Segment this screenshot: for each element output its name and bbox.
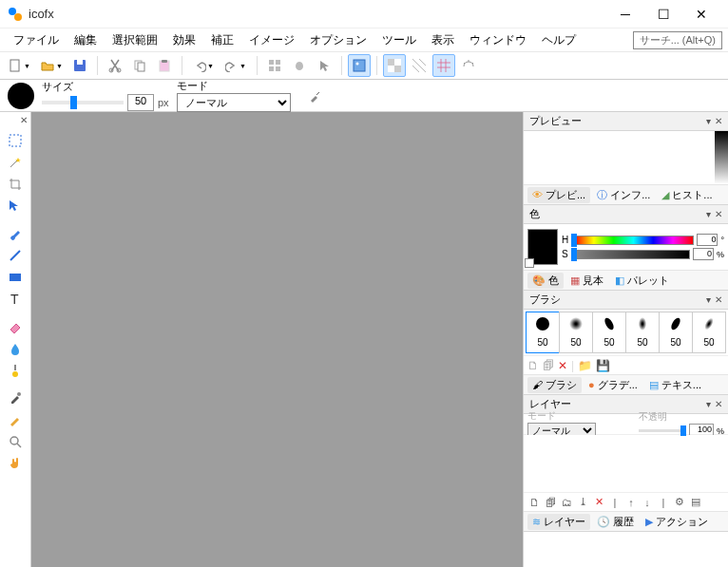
hand-tool[interactable] (5, 453, 26, 474)
color-collapse-icon[interactable]: ▾ (706, 209, 711, 219)
toolbox-close-icon[interactable]: ✕ (20, 115, 28, 125)
menu-selection[interactable]: 選択範囲 (105, 30, 165, 50)
menu-adjust[interactable]: 補正 (203, 30, 241, 50)
brush-preset-0[interactable]: 50 (526, 312, 560, 353)
brush-extra-icon[interactable] (304, 85, 327, 107)
grid-button[interactable] (432, 54, 455, 77)
menu-file[interactable]: ファイル (6, 30, 67, 50)
background-color-swatch[interactable] (525, 258, 534, 268)
text-tool[interactable]: T (5, 289, 26, 310)
sat-value[interactable]: 0 (693, 248, 714, 260)
copy-button[interactable] (128, 54, 151, 77)
tab-info[interactable]: ⓘインフ... (592, 187, 655, 203)
tab-palette[interactable]: ◧パレット (610, 273, 674, 289)
sat-slider[interactable] (573, 250, 690, 259)
brush-preset-2[interactable]: 50 (592, 312, 626, 353)
effects-button[interactable] (457, 54, 480, 77)
tab-brush[interactable]: 🖌ブラシ (527, 377, 582, 393)
tab-texture[interactable]: ▤テキス... (644, 377, 706, 393)
layer-up-icon[interactable]: ↑ (624, 497, 638, 508)
color-close-icon[interactable]: ✕ (715, 209, 722, 219)
brush-preset-1[interactable]: 50 (559, 312, 593, 353)
menu-edit[interactable]: 編集 (67, 30, 105, 50)
open-brush-icon[interactable]: 📁 (578, 359, 592, 372)
group-layer-icon[interactable]: 🗂 (560, 497, 573, 508)
menu-image[interactable]: イメージ (241, 30, 302, 50)
tab-layer[interactable]: ≋レイヤー (527, 514, 590, 530)
dodge-tool[interactable] (5, 360, 26, 381)
canvas-area[interactable] (31, 112, 523, 567)
windows-icon-button[interactable] (263, 54, 286, 77)
tab-color[interactable]: 🎨色 (527, 273, 564, 289)
delete-layer-icon[interactable]: ✕ (592, 496, 605, 508)
size-value-input[interactable]: 50 (127, 94, 154, 111)
cursor-icon-button[interactable] (313, 54, 335, 77)
layer-close-icon[interactable]: ✕ (715, 399, 722, 409)
pencil-tool[interactable] (5, 409, 26, 430)
save-button[interactable] (68, 54, 91, 77)
new-brush-icon[interactable]: 🗋 (527, 359, 539, 372)
menu-view[interactable]: 表示 (424, 30, 462, 50)
zoom-tool[interactable] (5, 431, 26, 452)
menu-effect[interactable]: 効果 (165, 30, 203, 50)
close-button[interactable]: ✕ (682, 2, 720, 27)
brush-preset-5[interactable]: 50 (692, 312, 726, 353)
size-slider[interactable] (42, 101, 124, 104)
hue-value[interactable]: 0 (697, 234, 718, 246)
line-tool[interactable] (5, 245, 26, 266)
mode-select[interactable]: ノーマル (177, 93, 291, 112)
new-button[interactable]: ▼ (4, 54, 34, 77)
delete-brush-icon[interactable]: ✕ (558, 359, 567, 372)
brush-tool[interactable] (5, 223, 26, 244)
layer-list[interactable] (524, 435, 728, 492)
rect-select-tool[interactable] (5, 130, 26, 151)
save-brush-icon[interactable]: 💾 (596, 359, 610, 372)
tab-history[interactable]: 🕓履歴 (592, 514, 639, 530)
maximize-button[interactable]: ☐ (644, 2, 682, 27)
menu-window[interactable]: ウィンドウ (462, 30, 534, 50)
search-input[interactable]: サーチ... (Alt+Q) (633, 31, 722, 49)
layer-down-icon[interactable]: ↓ (641, 497, 654, 508)
hatch-button[interactable] (408, 54, 431, 77)
brush-preset-4[interactable]: 50 (659, 312, 693, 353)
apple-icon-button[interactable] (288, 54, 311, 77)
move-tool[interactable] (5, 196, 26, 217)
crop-tool[interactable] (5, 174, 26, 195)
redo-button[interactable]: ▼ (220, 54, 251, 77)
rectangle-tool[interactable] (5, 267, 26, 288)
dup-layer-icon[interactable]: 🗐 (544, 497, 557, 508)
undo-button[interactable]: ▼ (188, 54, 219, 77)
brush-preset-3[interactable]: 50 (625, 312, 660, 353)
preview-gradient-strip[interactable] (715, 131, 728, 184)
opacity-slider[interactable] (639, 429, 686, 432)
checker-button[interactable] (383, 54, 406, 77)
image-mode-button[interactable] (348, 54, 371, 77)
blur-tool[interactable] (5, 338, 26, 359)
dup-brush-icon[interactable]: 🗐 (543, 359, 554, 372)
brush-close-icon[interactable]: ✕ (715, 294, 722, 305)
hue-slider[interactable] (573, 236, 694, 245)
magic-wand-tool[interactable] (5, 152, 26, 173)
cut-button[interactable] (104, 54, 126, 77)
layer-fx-icon[interactable]: ⚙ (673, 496, 686, 508)
minimize-button[interactable]: ─ (606, 2, 644, 27)
brush-collapse-icon[interactable]: ▾ (706, 294, 711, 305)
paste-button[interactable] (153, 54, 176, 77)
menu-help[interactable]: ヘルプ (534, 30, 584, 50)
eraser-tool[interactable] (5, 316, 26, 337)
new-layer-icon[interactable]: 🗋 (527, 497, 541, 508)
menu-options[interactable]: オプション (302, 30, 374, 50)
tab-swatch[interactable]: ▦見本 (565, 273, 608, 289)
layer-collapse-icon[interactable]: ▾ (706, 399, 711, 409)
open-button[interactable]: ▼ (36, 54, 67, 77)
tab-preview[interactable]: 👁プレビ... (527, 187, 590, 203)
tab-gradient[interactable]: ●グラデ... (584, 377, 642, 393)
menu-tools[interactable]: ツール (374, 30, 424, 50)
eyedropper-tool[interactable] (5, 387, 26, 408)
preview-close-icon[interactable]: ✕ (715, 116, 722, 126)
preview-collapse-icon[interactable]: ▾ (706, 116, 711, 126)
merge-down-icon[interactable]: ⤓ (576, 496, 589, 508)
layer-opts-icon[interactable]: ▤ (689, 496, 702, 508)
tab-action[interactable]: ▶アクション (641, 514, 713, 530)
tab-histogram[interactable]: ◢ヒスト... (657, 187, 717, 203)
